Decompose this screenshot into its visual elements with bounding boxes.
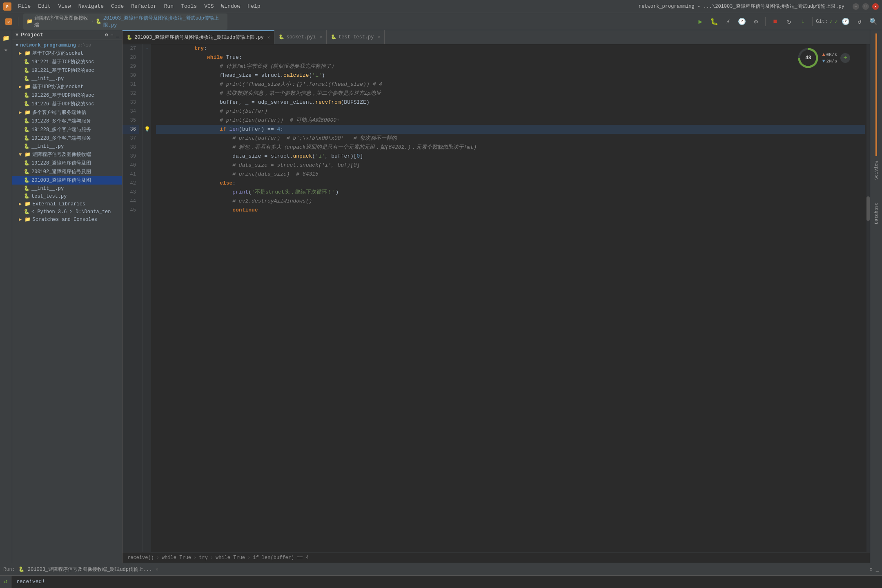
tree-item[interactable]: 🐍 191228_多个客户端与服务 [12,134,122,143]
profile-button[interactable]: 🕐 [736,16,748,28]
add-profile-button[interactable]: + [840,53,850,63]
editor-area: 🐍 201003_避障程序信号及图像接收端_测试udp传输上限.py ✕ 🐍 s… [122,30,870,563]
menu-navigate[interactable]: Navigate [75,2,107,10]
run-button[interactable]: ▶ [694,16,706,28]
scroll-indicator[interactable] [866,44,870,552]
menu-window[interactable]: Window [218,2,244,10]
bc-item-4: while True [216,555,245,561]
menu-run[interactable]: Run [161,2,177,10]
tree-item[interactable]: 🐍 200102_避障程序信号及图 [12,167,122,176]
run-header: Run: 🐍 201003_避障程序信号及图像接收端_测试udp传输上... ✕… [0,564,882,576]
project-strip-icon[interactable]: 📁 [2,33,11,42]
menu-view[interactable]: View [55,2,74,10]
tree-item[interactable]: 🐍 test_test.py [12,192,122,200]
tree-item[interactable]: ▼ 📁 避障程序信号及图像接收端 [12,150,122,159]
gutter-bulb[interactable]: 💡 [143,125,151,134]
project-icon-settings[interactable]: ⚙ [105,32,108,38]
settings-button[interactable]: ⚙ [750,16,762,28]
favorites-strip-icon[interactable]: ★ [2,45,11,54]
tree-item[interactable]: 🐍 191226_基于UDP协议的soc [12,100,122,108]
rerun-button[interactable]: ↻ [783,16,795,28]
tree-item[interactable]: 🐍 191228_多个客户端与服务 [12,125,122,134]
tree-item[interactable]: 🐍 191221_基于TCP协议的soc [12,66,122,75]
git-check-1: ✓ [829,18,833,25]
code-content[interactable]: try: while True: # 计算fmt字节长度（貌似没必要我先注释掉了… [151,44,870,552]
line-num: 30 [122,71,139,80]
code-line-37: # print(buffer) # b';\xfb\x00\x00' # 每次都… [156,134,865,143]
code-line-30: fhead_size = struct.calcsize('i') [156,71,865,80]
tree-item[interactable]: ▶ 📁 基于UDP协议的socket [12,82,122,91]
project-icon-minimize[interactable]: _ [116,32,119,38]
tree-item[interactable]: 🐍 __init__.py [12,143,122,150]
tree-item[interactable]: 🐍 191221_基于TCP协议的soc [12,58,122,66]
tree-item[interactable]: ▶ 📁 External Libraries [12,200,122,208]
title-bar: P File Edit View Navigate Code Refactor … [0,0,882,13]
tree-item[interactable]: ▶ 📁 基于TCP协议的socket [12,49,122,58]
undo-button[interactable]: ↺ [853,16,866,28]
close-button[interactable]: ✕ [872,3,879,10]
gutter-cell [143,80,151,89]
tree-item[interactable]: 🐍 __init__.py [12,185,122,192]
bc-sep: › [156,555,159,561]
run-close[interactable]: ✕ [156,566,158,572]
perf-indicator: 48 ▲ 0K/s ▼ 2M/s + [797,47,850,69]
cpu-circle[interactable]: 48 [797,47,819,69]
right-tab-database[interactable]: Database [872,199,880,227]
tree-item[interactable]: 🐍 191228_多个客户端与服务 [12,117,122,125]
menu-code[interactable]: Code [108,2,127,10]
scroll-thumb[interactable] [866,196,870,221]
bc-sep: › [210,555,213,561]
run-output: received! received! received! received! … [11,576,882,588]
tree-item[interactable]: 🐍 __init__.py [12,75,122,82]
tree-item-selected[interactable]: 🐍 201003_避障程序信号及图 [12,176,122,185]
line-num: 31 [122,80,139,89]
tab-test[interactable]: 🐍 test_test.py ✕ [327,30,385,44]
code-line-32: # 获取数据头信息，第一个参数为信息，第二个参数是发送方ip地址 [156,89,865,98]
search-button[interactable]: 🔍 [867,16,880,28]
minimize-button[interactable]: — [853,3,859,10]
bc-text-1: 避障程序信号及图像接收端 [34,15,89,29]
scroll-up-btn[interactable]: ↑ [1,586,10,588]
run-settings[interactable]: ⚙ [870,566,873,572]
gutter: · 💡 [143,44,151,552]
tree-label: < Python 3.6 > D:\Donta_ten [31,209,111,215]
maximize-button[interactable]: □ [862,3,869,10]
run-minimize[interactable]: _ [876,567,879,572]
tree-item[interactable]: ▶ 📁 多个客户端与服务端通信 [12,108,122,117]
code-line-41: # print(data_size) # 64315 [156,170,865,179]
project-icon-expand[interactable]: ↔ [111,32,114,38]
git-history-button[interactable]: 🕐 [840,16,852,28]
menu-tools[interactable]: Tools [178,2,200,10]
stop-button[interactable]: ■ [769,16,781,28]
menu-help[interactable]: Help [244,2,263,10]
vcs-update-button[interactable]: ↓ [797,16,809,28]
debug-button[interactable]: 🐛 [708,16,720,28]
menu-refactor[interactable]: Refactor [128,2,160,10]
menu-edit[interactable]: Edit [35,2,54,10]
tab-socket[interactable]: 🐍 socket.pyi ✕ [274,30,327,44]
tree-item[interactable]: 🐍 191228_避障程序信号及图 [12,159,122,167]
breadcrumb-status: receive() › while True › try › while Tru… [122,552,870,563]
tab-close-2[interactable]: ✕ [319,34,322,40]
tree-item[interactable]: 🐍 191226_基于UDP协议的soc [12,91,122,100]
tree-item[interactable]: ▶ 📁 Scratches and Consoles [12,216,122,223]
menu-file[interactable]: File [15,2,34,10]
svg-text:P: P [7,20,10,24]
code-line-42: else: [156,179,865,188]
tab-close-1[interactable]: ✕ [267,35,270,40]
tree-root[interactable]: ▼ network_programming D:\10 [12,42,122,49]
tree-item[interactable]: 🐍 < Python 3.6 > D:\Donta_ten [12,208,122,216]
tab-main-file[interactable]: 🐍 201003_避障程序信号及图像接收端_测试udp传输上限.py ✕ [122,30,274,44]
tab-icon-1: 🐍 [127,35,132,40]
line-num: 44 [122,197,139,206]
gutter-cell [143,161,151,170]
gutter-cell [143,116,151,125]
right-tab-scview[interactable]: SciView [872,158,880,183]
tab-label-2: socket.pyi [286,34,316,40]
tab-close-3[interactable]: ✕ [378,34,381,40]
coverage-button[interactable]: ⚡ [722,16,734,28]
tab-icon-3: 🐍 [331,34,336,40]
rerun-btn[interactable]: ↺ [1,577,10,585]
menu-vcs[interactable]: VCS [201,2,217,10]
toolbar-sep-1 [18,17,18,26]
